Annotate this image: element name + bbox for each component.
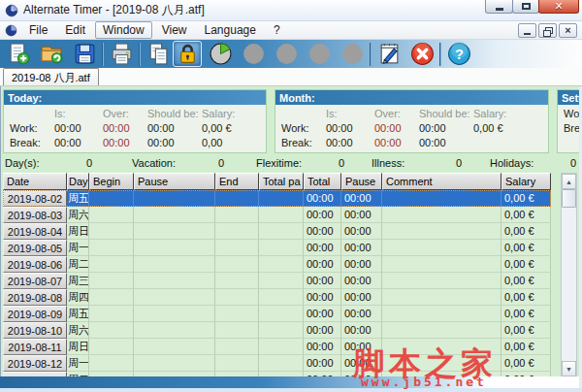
cell-pause2[interactable]: 00:00 <box>341 207 382 223</box>
menu-window[interactable]: Window <box>95 21 152 39</box>
column-header-pause2[interactable]: Pause <box>341 173 382 190</box>
cell-pause2[interactable]: 00:00 <box>341 322 382 339</box>
cell-date[interactable]: 2019-08-04 <box>3 223 67 240</box>
cell-begin[interactable] <box>89 207 134 223</box>
cell-date[interactable]: 2019-08-03 <box>3 207 67 223</box>
cell-total[interactable]: 00:00 <box>304 256 341 273</box>
mdi-close-button[interactable]: × <box>559 23 577 38</box>
cell-begin[interactable] <box>89 289 134 306</box>
cell-begin[interactable] <box>89 190 134 207</box>
cell-date[interactable]: 2019-08-12 <box>3 355 67 372</box>
column-header-comment[interactable]: Comment <box>382 173 501 190</box>
column-header-day[interactable]: Day <box>67 173 89 190</box>
menu-help[interactable]: ? <box>266 21 288 39</box>
cell-salary[interactable]: 0,00 € <box>501 306 551 322</box>
column-header-total_pause[interactable]: Total pa <box>259 173 304 190</box>
table-row[interactable]: 2019-08-04周日00:0000:000,00 € <box>3 223 551 240</box>
cell-comment[interactable] <box>382 339 501 355</box>
cell-total[interactable]: 00:00 <box>304 339 341 355</box>
menu-language[interactable]: Language <box>197 21 264 39</box>
table-row[interactable]: 2019-08-06周二00:0000:000,00 € <box>3 256 551 273</box>
cell-day[interactable]: 周日 <box>67 223 89 240</box>
cell-pause2[interactable]: 00:00 <box>341 355 382 372</box>
cell-total_pause[interactable] <box>259 240 304 256</box>
cell-date[interactable]: 2019-08-07 <box>3 273 67 289</box>
help-button[interactable]: ? <box>444 41 473 67</box>
cell-end[interactable] <box>215 207 259 223</box>
cell-comment[interactable] <box>382 322 501 339</box>
cell-total_pause[interactable] <box>259 223 304 240</box>
print-button[interactable] <box>107 41 136 67</box>
cell-total[interactable]: 00:00 <box>304 322 341 339</box>
cell-comment[interactable] <box>382 355 501 372</box>
cell-total[interactable]: 00:00 <box>304 223 341 240</box>
cell-total[interactable]: 00:00 <box>304 306 341 322</box>
scroll-up-button[interactable]: ▲ <box>562 174 576 189</box>
table-row[interactable]: 2019-08-05周一00:0000:000,00 € <box>3 240 551 256</box>
cell-begin[interactable] <box>89 240 134 256</box>
mdi-minimize-button[interactable] <box>518 23 536 38</box>
cell-comment[interactable] <box>382 223 501 240</box>
menu-view[interactable]: View <box>154 21 195 39</box>
cell-salary[interactable]: 0,00 € <box>501 240 551 256</box>
cell-total_pause[interactable] <box>259 256 304 273</box>
menu-file[interactable]: File <box>21 21 55 39</box>
cell-total[interactable]: 00:00 <box>304 273 341 289</box>
cell-pause1[interactable] <box>134 289 215 306</box>
cell-day[interactable]: 周三 <box>67 273 89 289</box>
cell-date[interactable]: 2019-08-05 <box>3 240 67 256</box>
cell-salary[interactable]: 0,00 € <box>501 190 551 207</box>
cell-pause1[interactable] <box>134 322 215 339</box>
cell-total_pause[interactable] <box>259 306 304 322</box>
vertical-scrollbar[interactable]: ▲ ▼ <box>561 173 577 377</box>
disabled-button-3[interactable] <box>305 41 334 67</box>
cell-begin[interactable] <box>89 273 134 289</box>
cell-total_pause[interactable] <box>259 322 304 339</box>
mdi-restore-button[interactable] <box>538 23 557 38</box>
cell-total[interactable]: 00:00 <box>304 207 341 223</box>
menu-edit[interactable]: Edit <box>57 21 93 39</box>
disabled-button-4[interactable] <box>338 41 367 67</box>
minimize-button[interactable] <box>485 0 513 14</box>
maximize-button[interactable] <box>512 0 539 14</box>
cell-salary[interactable]: 0,00 € <box>501 289 551 306</box>
cell-total[interactable]: 00:00 <box>304 289 341 306</box>
table-row[interactable]: 2019-08-11周日00:0000:000,00 € <box>3 339 551 355</box>
table-row[interactable]: 2019-08-08周四00:0000:000,00 € <box>3 289 551 306</box>
cell-begin[interactable] <box>89 355 134 372</box>
cell-end[interactable] <box>215 339 259 355</box>
cell-date[interactable]: 2019-08-10 <box>3 322 67 339</box>
cell-day[interactable]: 周一 <box>67 240 89 256</box>
cell-pause1[interactable] <box>134 339 215 355</box>
cell-begin[interactable] <box>89 339 134 355</box>
cell-day[interactable]: 周四 <box>67 289 89 306</box>
cell-salary[interactable]: 0,00 € <box>501 223 551 240</box>
column-header-salary[interactable]: Salary <box>501 173 551 190</box>
cell-pause2[interactable]: 00:00 <box>341 223 382 240</box>
cell-pause1[interactable] <box>134 190 215 207</box>
cell-pause2[interactable]: 00:00 <box>341 240 382 256</box>
cell-pause2[interactable]: 00:00 <box>341 289 382 306</box>
cell-day[interactable]: 周五 <box>67 306 89 322</box>
cell-pause1[interactable] <box>134 207 215 223</box>
cell-total_pause[interactable] <box>259 273 304 289</box>
cell-comment[interactable] <box>382 306 501 322</box>
cell-date[interactable]: 2019-08-08 <box>3 289 67 306</box>
cell-pause2[interactable]: 00:00 <box>341 306 382 322</box>
table-row[interactable]: 2019-08-10周六00:0000:000,00 € <box>3 322 551 339</box>
cell-end[interactable] <box>215 240 259 256</box>
cell-end[interactable] <box>215 256 259 273</box>
cell-date[interactable]: 2019-08-09 <box>3 306 67 322</box>
cell-day[interactable]: 周六 <box>67 207 89 223</box>
scrollbar-thumb[interactable] <box>562 189 576 208</box>
cell-pause1[interactable] <box>134 273 215 289</box>
cell-total_pause[interactable] <box>259 339 304 355</box>
cell-comment[interactable] <box>382 256 501 273</box>
cell-comment[interactable] <box>382 289 501 306</box>
save-button[interactable] <box>70 41 99 67</box>
cell-begin[interactable] <box>89 322 134 339</box>
cell-date[interactable]: 2019-08-06 <box>3 256 67 273</box>
lock-button[interactable] <box>173 41 202 67</box>
cell-end[interactable] <box>215 190 259 207</box>
cell-begin[interactable] <box>89 223 134 240</box>
